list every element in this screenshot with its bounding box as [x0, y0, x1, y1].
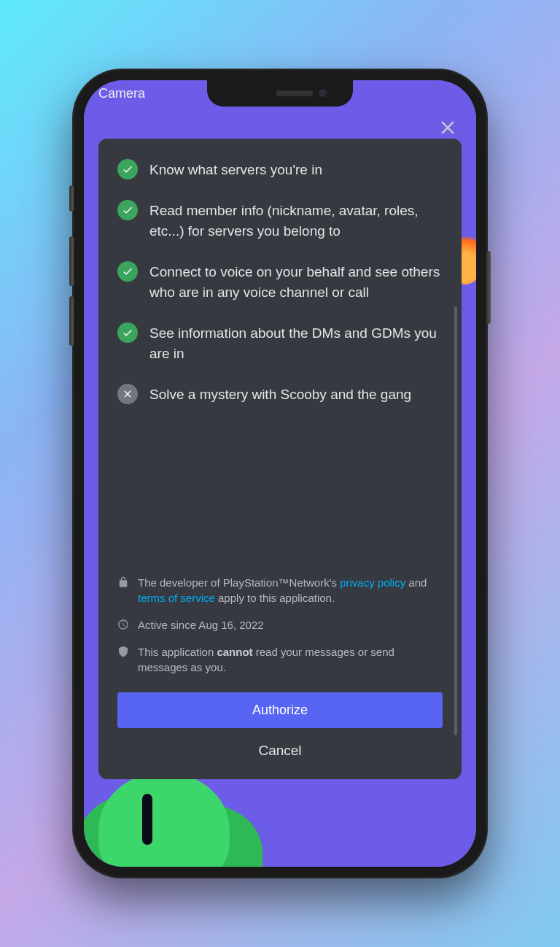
footer-row-active: Active since Aug 16, 2022: [117, 617, 435, 633]
check-icon: [117, 322, 138, 343]
text: apply to this application.: [215, 592, 335, 604]
permission-text: Connect to voice on your behalf and see …: [149, 261, 443, 304]
clock-icon: [117, 619, 129, 630]
x-icon: [117, 384, 138, 404]
side-button: [69, 185, 74, 212]
permission-text: Know what servers you're in: [149, 159, 322, 181]
lock-icon: [117, 576, 129, 588]
permissions-list: Know what servers you're in Read member …: [117, 159, 443, 560]
permission-item: Read member info (nickname, avatar, role…: [117, 200, 443, 242]
text: The developer of PlayStation™Network's: [138, 576, 340, 589]
authorize-modal: Know what servers you're in Read member …: [98, 139, 462, 779]
scrollbar[interactable]: [454, 306, 457, 735]
cannot-word: cannot: [217, 646, 252, 658]
side-button: [69, 296, 74, 346]
permission-item: Know what servers you're in: [117, 159, 443, 181]
check-icon: [117, 200, 138, 220]
text: This application: [138, 646, 217, 658]
permission-text: Read member info (nickname, avatar, role…: [149, 200, 443, 242]
footer-row-policy: The developer of PlayStation™Network's p…: [117, 575, 435, 606]
phone-device-frame: Camera Know what servers you're in Read …: [72, 69, 488, 878]
permission-item: Connect to voice on your behalf and see …: [117, 261, 443, 304]
active-since-text: Active since Aug 16, 2022: [138, 617, 264, 633]
text: and: [405, 576, 427, 589]
permission-item: Solve a mystery with Scooby and the gang: [117, 384, 443, 406]
close-icon: [437, 117, 459, 139]
permission-item: See information about the DMs and GDMs y…: [117, 322, 443, 365]
phone-notch: [207, 80, 353, 107]
footer-row-cannot: This application cannot read your messag…: [117, 644, 435, 675]
side-button: [69, 236, 74, 286]
terms-of-service-link[interactable]: terms of service: [138, 592, 215, 604]
app-bar-title: Camera: [98, 86, 145, 101]
phone-screen: Camera Know what servers you're in Read …: [84, 80, 476, 867]
check-icon: [117, 261, 138, 282]
permission-text: See information about the DMs and GDMs y…: [149, 322, 443, 365]
permission-text: Solve a mystery with Scooby and the gang: [149, 384, 411, 406]
close-button[interactable]: [437, 117, 459, 139]
side-button: [486, 251, 491, 324]
cancel-button[interactable]: Cancel: [117, 738, 443, 763]
authorize-button[interactable]: Authorize: [117, 692, 443, 728]
policy-text: The developer of PlayStation™Network's p…: [138, 575, 435, 606]
privacy-policy-link[interactable]: privacy policy: [340, 576, 405, 589]
shield-icon: [117, 646, 129, 657]
footer-info: The developer of PlayStation™Network's p…: [117, 575, 443, 687]
check-icon: [117, 159, 138, 179]
cannot-text: This application cannot read your messag…: [138, 644, 435, 675]
